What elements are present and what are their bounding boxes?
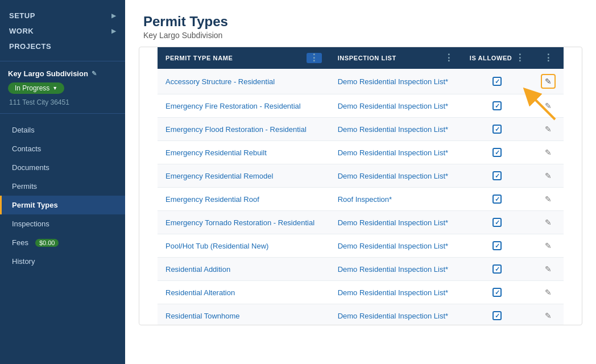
table-row: Residential AdditionDemo Residential Ins…	[158, 258, 564, 281]
permit-name-cell[interactable]: Emergency Tornado Restoration - Resident…	[158, 211, 330, 234]
table-row: Residential AlterationDemo Residential I…	[158, 281, 564, 304]
edit-action-cell: ✎	[533, 141, 564, 164]
status-badge[interactable]: In Progress ▼	[8, 82, 64, 94]
inspection-list-cell[interactable]: Demo Residential Inspection List*	[330, 94, 462, 118]
edit-action-cell: ✎	[533, 164, 564, 188]
fees-badge: $0.00	[35, 239, 59, 247]
is-allowed-cell[interactable]	[462, 281, 533, 304]
table-header-row: PERMIT TYPE NAME ⋮ INSPECTION LIST ⋮	[158, 47, 564, 69]
inspection-list-cell[interactable]: Demo Residential Inspection List*	[330, 69, 462, 94]
is-allowed-checkbox[interactable]	[492, 148, 502, 157]
is-allowed-checkbox[interactable]	[492, 195, 502, 204]
permit-name-cell[interactable]: Emergency Residential Roof	[158, 188, 330, 211]
is-allowed-col-menu-icon[interactable]: ⋮	[515, 53, 525, 63]
sidebar-item-documents[interactable]: Documents	[0, 158, 125, 177]
is-allowed-checkbox[interactable]	[492, 101, 502, 110]
nav-divider	[0, 61, 125, 61]
permit-types-table-wrapper: PERMIT TYPE NAME ⋮ INSPECTION LIST ⋮	[139, 47, 582, 325]
main-header: Permit Types Key Largo Subdivision	[125, 0, 596, 47]
permit-name-cell[interactable]: Residential Addition	[158, 258, 330, 281]
edit-row-button[interactable]: ✎	[542, 193, 554, 205]
table-row: Accessory Structure - ResidentialDemo Re…	[158, 69, 564, 94]
permit-name-cell[interactable]: Emergency Fire Restoration - Residential	[158, 94, 330, 118]
sidebar-item-fees[interactable]: Fees $0.00	[0, 233, 125, 252]
inspection-list-cell[interactable]: Demo Residential Inspection List*	[330, 118, 462, 141]
edit-row-button[interactable]: ✎	[542, 216, 554, 229]
inspection-list-cell[interactable]: Demo Residential Inspection List*	[330, 211, 462, 234]
sidebar-item-details[interactable]: Details	[0, 121, 125, 139]
is-allowed-checkbox[interactable]	[492, 264, 502, 274]
edit-row-button[interactable]: ✎	[542, 169, 554, 182]
permit-name-cell[interactable]: Accessory Structure - Residential	[158, 69, 330, 94]
permit-name-cell[interactable]: Residential Townhome	[158, 304, 330, 326]
is-allowed-cell[interactable]	[462, 234, 533, 258]
edit-action-cell: ✎	[533, 118, 564, 141]
row-actions-col-menu-icon[interactable]: ⋮	[544, 53, 553, 63]
edit-row-button[interactable]: ✎	[542, 263, 554, 275]
is-allowed-cell[interactable]	[462, 304, 533, 326]
is-allowed-cell[interactable]	[462, 164, 533, 188]
is-allowed-cell[interactable]	[462, 69, 533, 94]
edit-row-button[interactable]: ✎	[542, 239, 554, 252]
edit-row-button[interactable]: ✎	[542, 100, 554, 112]
inspection-list-cell[interactable]: Demo Residential Inspection List*	[330, 281, 462, 304]
permit-name-cell[interactable]: Pool/Hot Tub (Residential New)	[158, 234, 330, 258]
inspection-list-col-menu-icon[interactable]: ⋮	[444, 53, 454, 63]
edit-row-button[interactable]: ✎	[542, 146, 554, 159]
project-edit-icon[interactable]: ✎	[92, 70, 97, 77]
permit-name-col-menu-icon[interactable]: ⋮	[307, 53, 322, 63]
permits-label: Permits	[12, 182, 37, 191]
edit-row-button[interactable]: ✎	[542, 309, 554, 322]
permit-types-table-body: Accessory Structure - ResidentialDemo Re…	[158, 69, 564, 325]
setup-nav-item[interactable]: SETUP ▶	[9, 8, 116, 23]
permit-name-cell[interactable]: Emergency Flood Restoration - Residentia…	[158, 118, 330, 141]
table-row: Emergency Residential RebuiltDemo Reside…	[158, 141, 564, 164]
sidebar-item-contacts[interactable]: Contacts	[0, 139, 125, 158]
inspection-list-cell[interactable]: Demo Residential Inspection List*	[330, 304, 462, 326]
col-inspection-list-label: INSPECTION LIST	[338, 55, 396, 61]
permit-name-cell[interactable]: Residential Alteration	[158, 281, 330, 304]
project-name-text: Key Largo Subdivision	[8, 69, 88, 78]
edit-action-cell: ✎	[533, 94, 564, 118]
inspection-list-cell[interactable]: Roof Inspection*	[330, 188, 462, 211]
is-allowed-cell[interactable]	[462, 94, 533, 118]
is-allowed-checkbox[interactable]	[492, 218, 502, 227]
edit-row-button[interactable]: ✎	[542, 286, 554, 299]
is-allowed-checkbox[interactable]	[492, 311, 502, 320]
is-allowed-cell[interactable]	[462, 141, 533, 164]
projects-nav-item[interactable]: PROJECTS	[9, 39, 116, 54]
table-row: Emergency Tornado Restoration - Resident…	[158, 211, 564, 234]
inspection-list-cell[interactable]: Demo Residential Inspection List*	[330, 234, 462, 258]
setup-chevron-icon: ▶	[111, 13, 117, 19]
is-allowed-cell[interactable]	[462, 258, 533, 281]
is-allowed-cell[interactable]	[462, 211, 533, 234]
page-title: Permit Types	[143, 14, 578, 30]
edit-action-cell: ✎	[533, 304, 564, 326]
sidebar-item-permit-types[interactable]: Permit Types	[0, 196, 125, 214]
work-nav-item[interactable]: WORK ▶	[9, 23, 116, 39]
edit-row-button[interactable]: ✎	[541, 74, 556, 89]
is-allowed-checkbox[interactable]	[492, 241, 502, 250]
sidebar-item-inspections[interactable]: Inspections	[0, 214, 125, 233]
is-allowed-checkbox[interactable]	[492, 77, 502, 86]
sidebar-item-permits[interactable]: Permits	[0, 177, 125, 196]
inspection-list-cell[interactable]: Demo Residential Inspection List*	[330, 141, 462, 164]
edit-row-button[interactable]: ✎	[542, 123, 554, 135]
permit-name-cell[interactable]: Emergency Residential Rebuilt	[158, 141, 330, 164]
col-permit-type-name: PERMIT TYPE NAME ⋮	[158, 47, 330, 69]
project-name-row: Key Largo Subdivision ✎	[8, 69, 117, 78]
project-divider	[0, 113, 125, 114]
history-label: History	[12, 257, 35, 266]
inspection-list-cell[interactable]: Demo Residential Inspection List*	[330, 164, 462, 188]
col-is-allowed: IS ALLOWED ⋮	[462, 47, 533, 69]
is-allowed-cell[interactable]	[462, 188, 533, 211]
is-allowed-checkbox[interactable]	[492, 171, 502, 180]
is-allowed-checkbox[interactable]	[492, 288, 502, 297]
edit-action-cell: ✎	[533, 211, 564, 234]
sidebar-item-history[interactable]: History	[0, 252, 125, 271]
is-allowed-checkbox[interactable]	[492, 125, 502, 134]
inspection-list-cell[interactable]: Demo Residential Inspection List*	[330, 258, 462, 281]
is-allowed-cell[interactable]	[462, 118, 533, 141]
setup-label: SETUP	[9, 11, 35, 20]
permit-name-cell[interactable]: Emergency Residential Remodel	[158, 164, 330, 188]
